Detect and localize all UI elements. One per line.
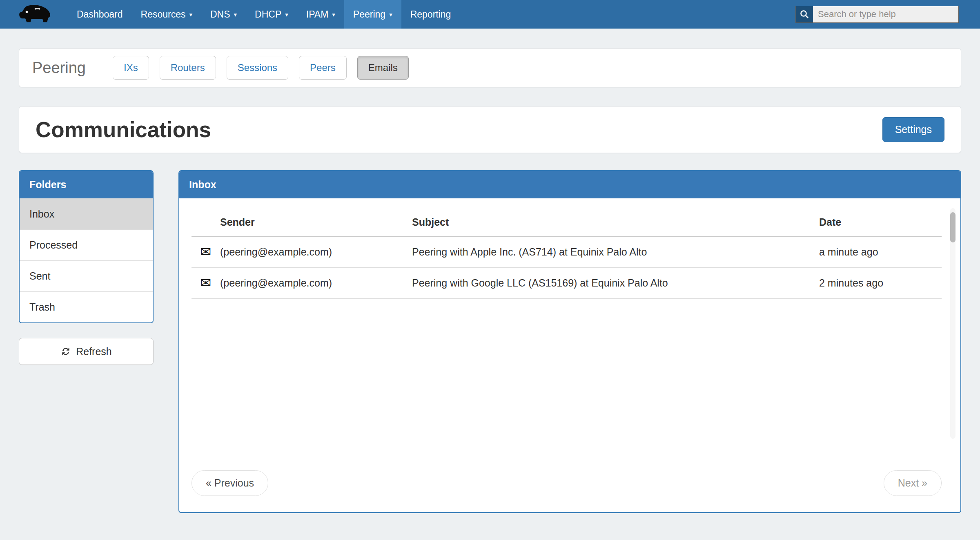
caret-down-icon: ▾ (234, 11, 237, 18)
search-icon[interactable] (796, 6, 813, 22)
row-subject: Peering with Google LLC (AS15169) at Equ… (412, 277, 819, 289)
refresh-label: Refresh (76, 346, 112, 358)
refresh-button[interactable]: Refresh (19, 338, 154, 365)
settings-button[interactable]: Settings (882, 117, 944, 142)
rhino-logo-image (19, 4, 52, 24)
nav-item-dashboard[interactable]: Dashboard (68, 0, 132, 29)
folder-item-inbox[interactable]: Inbox (20, 198, 153, 229)
nav-label: DHCP (255, 9, 281, 20)
nav-label: Reporting (410, 9, 451, 20)
row-date: 2 minutes ago (819, 277, 942, 289)
global-search (795, 6, 959, 23)
pagination: « Previous Next » (192, 458, 942, 496)
row-date: a minute ago (819, 246, 942, 258)
tab-sessions[interactable]: Sessions (227, 56, 288, 80)
row-subject: Peering with Apple Inc. (AS714) at Equin… (412, 246, 819, 258)
col-header-subject: Subject (412, 216, 819, 228)
nav-item-dhcp[interactable]: DHCP ▾ (246, 0, 297, 29)
tab-peers[interactable]: Peers (299, 56, 347, 80)
inbox-panel: Inbox Sender Subject Date ✉ (peering@exa… (178, 170, 961, 513)
tab-emails[interactable]: Emails (357, 56, 409, 80)
col-header-date: Date (819, 216, 942, 228)
peering-tabs: IXs Routers Sessions Peers Emails (113, 56, 409, 80)
nav-label: DNS (210, 9, 230, 20)
envelope-icon: ✉ (200, 244, 212, 259)
nav-label: Resources (141, 9, 186, 20)
col-header-sender: Sender (220, 216, 412, 228)
nav-item-resources[interactable]: Resources ▾ (132, 0, 201, 29)
folder-item-sent[interactable]: Sent (20, 260, 153, 291)
section-title: Peering (32, 59, 86, 77)
inbox-panel-heading: Inbox (179, 171, 960, 198)
tab-ixs[interactable]: IXs (113, 56, 149, 80)
row-sender: (peering@example.com) (220, 246, 412, 258)
scrollbar-thumb[interactable] (950, 212, 956, 242)
folders-panel-heading: Folders (20, 171, 153, 198)
folders-sidebar: Folders Inbox Processed Sent Trash Refre… (19, 170, 154, 365)
caret-down-icon: ▾ (189, 11, 192, 18)
caret-down-icon: ▾ (389, 11, 392, 18)
search-input[interactable] (813, 9, 958, 20)
table-header-row: Sender Subject Date (192, 209, 942, 237)
table-row[interactable]: ✉ (peering@example.com) Peering with App… (192, 237, 942, 268)
caret-down-icon: ▾ (332, 11, 335, 18)
folder-item-trash[interactable]: Trash (20, 291, 153, 322)
scrollbar-track[interactable] (950, 208, 956, 439)
nav-label: Peering (353, 9, 385, 20)
nav-label: IPAM (306, 9, 329, 20)
envelope-icon: ✉ (200, 276, 212, 290)
rhino-logo[interactable] (19, 0, 52, 29)
nav-item-reporting[interactable]: Reporting (401, 0, 460, 29)
folder-item-processed[interactable]: Processed (20, 229, 153, 260)
communications-header: Communications Settings (19, 106, 961, 153)
top-navbar: Dashboard Resources ▾ DNS ▾ DHCP ▾ IPAM … (0, 0, 980, 29)
tab-routers[interactable]: Routers (160, 56, 216, 80)
next-page-button[interactable]: Next » (884, 470, 942, 496)
page-title: Communications (36, 117, 211, 142)
previous-page-button[interactable]: « Previous (192, 470, 268, 496)
inbox-body: Sender Subject Date ✉ (peering@example.c… (179, 198, 960, 512)
nav-item-peering[interactable]: Peering ▾ (344, 0, 401, 29)
main-nav: Dashboard Resources ▾ DNS ▾ DHCP ▾ IPAM … (68, 0, 460, 29)
caret-down-icon: ▾ (285, 11, 288, 18)
table-row[interactable]: ✉ (peering@example.com) Peering with Goo… (192, 268, 942, 299)
nav-item-dns[interactable]: DNS ▾ (201, 0, 246, 29)
folders-panel: Folders Inbox Processed Sent Trash (19, 170, 154, 323)
nav-label: Dashboard (77, 9, 123, 20)
peering-subheader: Peering IXs Routers Sessions Peers Email… (19, 48, 961, 87)
row-sender: (peering@example.com) (220, 277, 412, 289)
content-area: Folders Inbox Processed Sent Trash Refre… (19, 170, 961, 513)
nav-item-ipam[interactable]: IPAM ▾ (297, 0, 344, 29)
refresh-icon (60, 346, 71, 357)
